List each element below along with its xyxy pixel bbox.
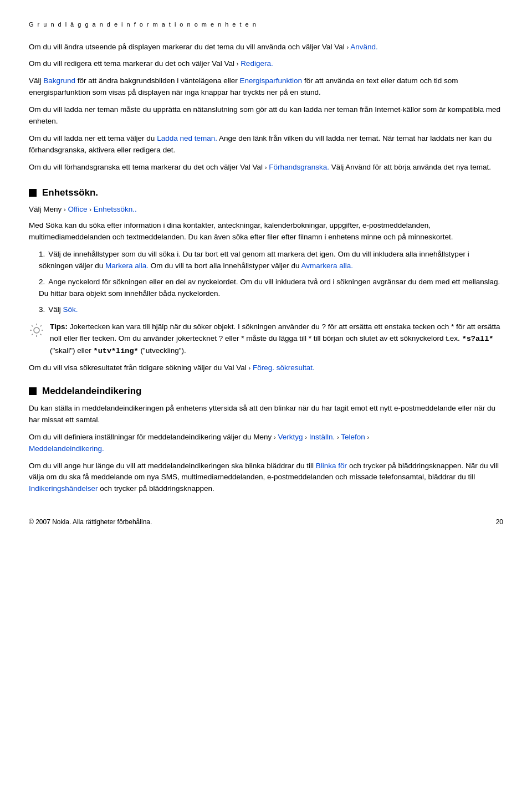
link-foreg-sokresultat[interactable]: Föreg. sökresultat. [253,363,315,372]
svg-line-5 [32,325,33,326]
paragraph-6: Om du vill förhandsgranska ett tema mark… [29,162,503,173]
svg-line-7 [40,325,42,326]
paragraph-4: Om du vill ladda ner teman måste du uppr… [29,104,503,127]
tip-code2: *utv*ling* [94,347,139,355]
link-verktyg[interactable]: Verktyg [278,433,303,441]
link-markera-alla[interactable]: Markera alla. [105,262,149,270]
copyright: © 2007 Nokia. Alla rättigheter förbehåll… [29,517,152,527]
svg-point-0 [34,327,39,333]
paragraph-1: Om du vill ändra utseende på displayen m… [29,42,503,53]
medd-p2: Om du vill definiera inställningar för m… [29,432,503,455]
link-bakgrund[interactable]: Bakgrund [43,76,75,85]
paragraph-5: Om du vill ladda ner ett tema väljer du … [29,133,503,156]
list-item-2: 2.Ange nyckelord för sökningen eller en … [39,277,503,300]
paragraph-2: Om du vill redigera ett tema markerar du… [29,58,503,70]
enhetssokn-desc: Med Söka kan du söka efter information i… [29,220,503,243]
svg-line-6 [40,334,42,335]
paragraph-3: Välj Bakgrund för att ändra bakgrundsbil… [29,75,503,99]
medd-p1: Du kan ställa in meddelandeindikeringen … [29,403,503,426]
link-anvand[interactable]: Använd. [350,43,378,51]
page-header: G r u n d l ä g g a n d e i n f o r m a … [29,20,503,29]
tip-icon [29,322,44,338]
enhetssokn-heading-container: Enhetssökn. [29,186,503,200]
link-redigera[interactable]: Redigera. [241,59,273,68]
enhetssokn-list: 1.Välj de innehållstyper som du vill sök… [39,249,503,316]
page-footer: © 2007 Nokia. Alla rättigheter förbehåll… [29,517,503,527]
link-ladda-ned[interactable]: Ladda ned teman. [157,134,217,142]
enhetssokn-breadcrumb: Välj Meny › Office › Enhetssökn.. [29,204,503,216]
meddelandeindikering-heading: Meddelandeindikering [42,384,141,398]
tip-code1: *s?all* [462,335,494,343]
list-item-3: 3.Välj Sök. [39,304,503,316]
link-avmarkera-alla[interactable]: Avmarkera alla. [301,262,354,270]
tip-box: Tips: Jokertecken kan vara till hjälp nä… [29,321,503,357]
list-item-1: 1.Välj de innehållstyper som du vill sök… [39,249,503,272]
link-blinka-for[interactable]: Blinka för [316,462,347,470]
link-indikeringshändelser[interactable]: Indikeringshändelser [29,484,98,493]
link-enhetssokn[interactable]: Enhetssökn.. [94,205,137,213]
svg-line-8 [32,334,33,335]
medd-p3: Om du vill ange hur länge du vill att me… [29,460,503,495]
page-number: 20 [496,517,503,527]
link-office[interactable]: Office [68,205,87,213]
link-forhandsgranska[interactable]: Förhandsgranska. [269,163,329,171]
tip-label: Tips: [50,322,68,331]
tip-content: Tips: Jokertecken kan vara till hjälp nä… [50,321,503,357]
link-meddelandeindikering[interactable]: Meddelandeindikering. [29,444,104,453]
section-icon [29,189,37,197]
link-energispar[interactable]: Energisparfunktion [240,76,303,85]
link-installn[interactable]: Inställn. [309,433,335,441]
meddelandeindikering-heading-container: Meddelandeindikering [29,384,503,398]
sokresultat-line: Om du vill visa sökresultatet från tidig… [29,362,503,374]
section-icon-2 [29,387,37,395]
link-sok[interactable]: Sök. [63,305,78,314]
enhetssokn-heading: Enhetssökn. [42,186,98,200]
link-telefon[interactable]: Telefon [341,433,365,441]
